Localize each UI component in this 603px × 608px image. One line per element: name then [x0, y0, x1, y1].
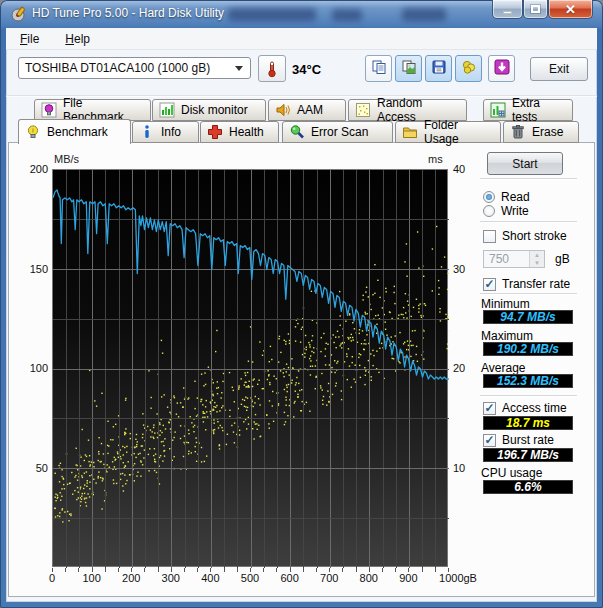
radio-read-circle[interactable]: [483, 191, 495, 203]
drive-select[interactable]: TOSHIBA DT01ACA100 (1000 gB): [18, 57, 251, 79]
minimum-value: 94.7 MB/s: [483, 310, 573, 324]
minimize-button[interactable]: [492, 0, 523, 19]
tab-disk-monitor[interactable]: Disk monitor: [152, 99, 266, 121]
tab-erase[interactable]: Erase: [503, 121, 579, 143]
copy-text-button[interactable]: [365, 55, 392, 82]
cpu-usage-label: CPU usage: [481, 466, 542, 480]
censored-text: [402, 8, 446, 21]
radio-write-circle[interactable]: [483, 205, 495, 217]
start-button[interactable]: Start: [487, 152, 563, 175]
transfer-rate-checkbox-box[interactable]: ✓: [483, 278, 496, 291]
radio-label: Write: [501, 204, 529, 218]
menu-item-file[interactable]: File: [16, 30, 43, 48]
access-time-checkbox-box[interactable]: ✓: [483, 402, 496, 415]
speaker-icon: [275, 102, 291, 118]
tab-health[interactable]: Health: [200, 121, 279, 143]
x-tick-mark: [422, 568, 423, 572]
checkbox-label: Access time: [502, 401, 567, 415]
temperature-button[interactable]: [258, 55, 286, 82]
x-tick-mark: [224, 568, 225, 572]
x-tick: 700: [320, 572, 338, 584]
x-tick-mark: [105, 568, 106, 572]
short-stroke-checkbox[interactable]: Short stroke: [483, 229, 567, 243]
x-tick-mark: [369, 568, 370, 572]
y-right-tick: 40: [453, 163, 465, 175]
short-stroke-input[interactable]: 750 ▲▼: [483, 250, 545, 268]
tab-file-benchmark[interactable]: File Benchmark: [34, 99, 151, 121]
x-tick: 200: [122, 572, 140, 584]
short-stroke-checkbox-box[interactable]: [483, 230, 496, 243]
download-button[interactable]: [488, 55, 515, 82]
maximum-value: 190.2 MB/s: [483, 342, 573, 356]
folder-icon: [402, 124, 418, 140]
spinner-up-icon[interactable]: ▲: [530, 251, 544, 259]
transfer-rate-checkbox[interactable]: ✓ Transfer rate: [483, 277, 570, 291]
tab-label: Error Scan: [311, 125, 368, 139]
x-tick: 300: [162, 572, 180, 584]
drive-select-value: TOSHIBA DT01ACA100 (1000 gB): [25, 61, 210, 75]
tab-label: Erase: [532, 125, 563, 139]
x-tick-mark: [237, 568, 238, 572]
temperature-value: 34°C: [292, 62, 321, 77]
radio-write[interactable]: Write: [483, 204, 529, 218]
tab-label: Disk monitor: [181, 103, 248, 117]
chart-grid: [53, 170, 449, 568]
x-tick: 600: [280, 572, 298, 584]
coins-button[interactable]: [455, 55, 482, 82]
thermometer-icon: [264, 60, 280, 78]
x-tick-mark: [250, 568, 251, 572]
y-left-tick: 150: [18, 263, 48, 275]
x-tick-mark: [290, 568, 291, 572]
dots-icon: [355, 102, 371, 118]
magnifier-icon: [289, 124, 305, 140]
separator: [480, 221, 577, 223]
burst-rate-checkbox-box[interactable]: ✓: [483, 434, 496, 447]
radio-label: Read: [501, 190, 530, 204]
access-time-checkbox[interactable]: ✓Access time: [483, 401, 567, 415]
checkbox-label: Burst rate: [502, 433, 554, 447]
censored-text: [228, 8, 316, 21]
maximize-button[interactable]: [523, 0, 548, 19]
bulb-yellow-icon: [25, 124, 41, 140]
x-tick-mark: [356, 568, 357, 572]
exit-button[interactable]: Exit: [530, 57, 588, 81]
separator: [480, 395, 577, 397]
separator: [480, 293, 577, 295]
x-tick-mark: [448, 568, 449, 572]
x-tick-mark: [408, 568, 409, 572]
maximize-icon: [531, 5, 540, 13]
x-tick-mark: [263, 568, 264, 572]
save-button[interactable]: [425, 55, 452, 82]
app-icon: [10, 6, 26, 22]
radio-read[interactable]: Read: [483, 190, 530, 204]
y-left-tick: 50: [18, 462, 48, 474]
bulb-magenta-icon: [41, 102, 57, 118]
x-tick-mark: [329, 568, 330, 572]
bars-green-icon: [159, 102, 175, 118]
info-blue-icon: [139, 124, 155, 140]
x-tick-mark: [144, 568, 145, 572]
spinner-buttons[interactable]: ▲▼: [529, 251, 544, 267]
x-tick-mark: [92, 568, 93, 572]
x-tick: 900: [399, 572, 417, 584]
spinner-down-icon[interactable]: ▼: [530, 259, 544, 267]
menu-item-help[interactable]: Help: [61, 30, 94, 48]
copy-image-button[interactable]: [395, 55, 422, 82]
tab-info[interactable]: Info: [132, 121, 199, 143]
close-button[interactable]: ✕: [548, 0, 593, 19]
tab-benchmark[interactable]: Benchmark: [18, 119, 131, 144]
tab-error-scan[interactable]: Error Scan: [282, 121, 393, 143]
minimum-label: Minimum: [481, 297, 530, 311]
x-tick-mark: [184, 568, 185, 572]
y-axis-right-label: ms: [428, 153, 443, 165]
tab-folder-usage[interactable]: Folder Usage: [395, 121, 501, 143]
coins-icon: [461, 59, 477, 79]
x-tick: 1000gB: [439, 572, 477, 584]
burst-rate-checkbox[interactable]: ✓Burst rate: [483, 433, 554, 447]
tab-extra-tests[interactable]: Extra tests: [483, 99, 573, 121]
x-tick-mark: [276, 568, 277, 572]
cross-red-icon: [207, 124, 223, 140]
window-titlebar[interactable]: HD Tune Pro 5.00 - Hard Disk Utility ✕: [0, 0, 603, 28]
separator: [480, 178, 577, 180]
tab-aam[interactable]: AAM: [268, 99, 346, 121]
